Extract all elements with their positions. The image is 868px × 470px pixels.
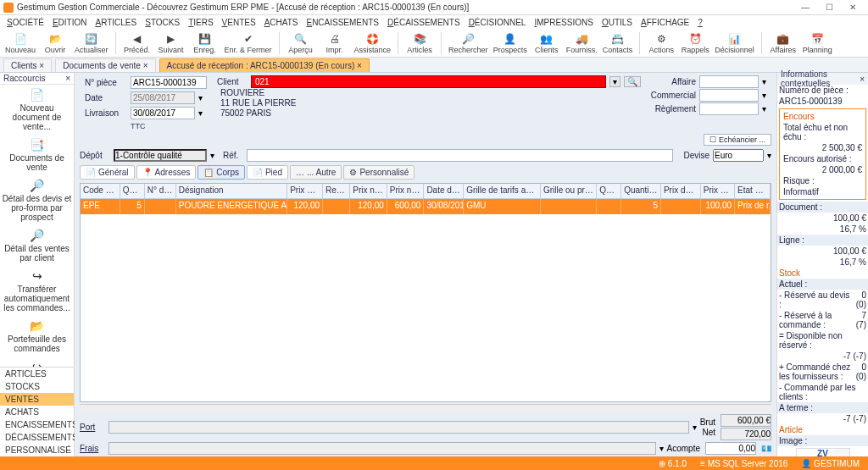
menu-item[interactable]: EDITION <box>53 18 87 27</box>
column-header[interactable]: Date de livrai... <box>424 184 464 198</box>
acompte-input[interactable] <box>705 442 756 455</box>
menu-item[interactable]: IMPRESSIONS <box>534 18 593 27</box>
page-tab[interactable]: 📍Adresses <box>136 165 197 180</box>
column-header[interactable]: Désignation <box>176 184 287 198</box>
horizontal-scrollbar[interactable] <box>80 404 771 412</box>
toolbar-enreg.[interactable]: 💾Enreg. <box>191 32 220 54</box>
column-header[interactable]: Prix net total <box>387 184 425 198</box>
menu-item[interactable]: OUTILS <box>602 18 632 27</box>
column-header[interactable]: Quan... <box>597 184 621 198</box>
close-button[interactable]: ✕ <box>841 1 865 14</box>
toolbar-planning[interactable]: 📅Planning <box>803 32 832 54</box>
page-tab[interactable]: 📋Corps <box>198 165 245 180</box>
toolbar-prospects[interactable]: 👤Prospects <box>493 32 527 54</box>
search-icon[interactable]: 🔍 <box>624 76 641 87</box>
devise-input[interactable] <box>713 149 764 162</box>
column-header[interactable]: Code article <box>81 184 120 198</box>
dropdown-icon[interactable]: ▾ <box>659 444 664 453</box>
page-tab[interactable]: ⚙Personnalisé <box>343 165 415 180</box>
dropdown-icon[interactable]: ▾ <box>762 77 766 86</box>
menu-item[interactable]: DÉCISIONNEL <box>469 18 526 27</box>
toolbar-rechercher[interactable]: 🔎Rechercher <box>448 32 488 54</box>
nav-section[interactable]: VENTES <box>0 393 74 406</box>
toolbar-actualiser[interactable]: 🔄Actualiser <box>75 32 108 54</box>
shortcut-item[interactable]: 🔎Détail des ventes par client <box>0 225 74 266</box>
npiece-input[interactable] <box>131 76 207 89</box>
nav-section[interactable]: DÉCAISSEMENTS <box>0 431 74 444</box>
toolbar-précéd.[interactable]: ◀Précéd. <box>123 32 152 54</box>
menu-item[interactable]: ENCAISSEMENTS <box>306 18 379 27</box>
maximize-button[interactable]: ☐ <box>817 1 841 14</box>
toolbar-décisionnel[interactable]: 📊Décisionnel <box>715 32 754 54</box>
column-header[interactable]: Prix brut un... <box>287 184 323 198</box>
document-tab[interactable]: Accusé de réception : ARC15-0000139 (En … <box>159 58 370 72</box>
shortcut-item[interactable]: ↪Regrouper automatiquement les bons de l… <box>0 357 74 367</box>
shortcut-item[interactable]: 📂Portefeuille des commandes <box>0 316 74 357</box>
toolbar-impr.[interactable]: 🖨Impr. <box>320 32 349 54</box>
currency-icon[interactable]: 💶 <box>761 444 771 453</box>
column-header[interactable]: Prix net unit... <box>350 184 387 198</box>
toolbar-enr. & fermer[interactable]: ✔Enr. & Fermer <box>225 32 272 54</box>
document-tab[interactable]: Clients × <box>3 58 52 72</box>
calendar-icon[interactable]: ▾ <box>198 108 203 118</box>
toolbar-actions[interactable]: ⚙Actions <box>647 32 676 54</box>
nav-section[interactable]: ARTICLES <box>0 368 74 380</box>
menu-item[interactable]: STOCKS <box>145 18 180 27</box>
client-code-input[interactable]: 021 <box>251 75 606 88</box>
affaire-input[interactable] <box>699 75 759 88</box>
dropdown-icon[interactable]: ▾ <box>767 151 771 160</box>
menu-item[interactable]: ACHATS <box>264 18 298 27</box>
column-header[interactable]: N° de lot 1 <box>145 184 176 198</box>
livraison-input[interactable] <box>131 107 195 119</box>
nav-section[interactable]: ACHATS <box>0 406 74 418</box>
toolbar-articles[interactable]: 📚Articles <box>405 32 434 54</box>
page-tab[interactable]: 📄Pied <box>247 165 288 180</box>
menu-item[interactable]: VENTES <box>222 18 256 27</box>
toolbar-clients[interactable]: 👥Clients <box>532 32 561 54</box>
column-header[interactable]: Prix de re... <box>701 184 735 198</box>
menu-item[interactable]: TIERS <box>188 18 213 27</box>
commercial-input[interactable] <box>699 89 759 102</box>
page-tab[interactable]: 📄Général <box>80 165 135 180</box>
dropdown-icon[interactable]: ▾ <box>762 104 766 113</box>
menu-item[interactable]: AFFICHAGE <box>641 18 689 27</box>
table-row[interactable]: EPE5POUDRE ENERGETIQUE AU GOUT ORANGE120… <box>81 199 771 214</box>
column-header[interactable]: Etat de la l... <box>735 184 771 198</box>
minimize-button[interactable]: — <box>793 1 817 14</box>
echeancier-button[interactable]: ☐ Echéancier ... <box>704 134 771 146</box>
shortcut-item[interactable]: 📑Documents de vente <box>0 135 74 175</box>
close-icon[interactable]: × <box>65 74 70 83</box>
calendar-icon[interactable]: ▾ <box>198 93 203 102</box>
shortcut-item[interactable]: 📄Nouveau document de vente... <box>0 85 74 135</box>
column-header[interactable]: Grille de tarifs appliquée <box>464 184 541 198</box>
ttc-toggle[interactable]: TTC <box>131 122 146 130</box>
close-icon[interactable]: × <box>860 75 865 84</box>
toolbar-aperçu[interactable]: 🔍Aperçu <box>287 32 315 54</box>
column-header[interactable]: Quantité rest... <box>621 184 661 198</box>
toolbar-fourniss.[interactable]: 🚚Fourniss. <box>566 32 598 54</box>
nav-section[interactable]: ENCAISSEMENTS <box>0 418 74 431</box>
ref-input[interactable] <box>247 149 673 162</box>
column-header[interactable]: Remise <box>323 184 350 198</box>
dropdown-icon[interactable]: ▾ <box>609 76 620 87</box>
nav-section[interactable]: STOCKS <box>0 380 74 393</box>
frais-input[interactable] <box>108 442 656 455</box>
reglement-input[interactable] <box>699 102 759 115</box>
nav-section[interactable]: PERSONNALISÉ <box>0 444 74 456</box>
shortcut-item[interactable]: 🔎Détail des devis et pro-forma par prosp… <box>0 175 74 225</box>
menu-item[interactable]: ARTICLES <box>95 18 136 27</box>
menu-item[interactable]: SOCIÉTÉ <box>7 18 44 27</box>
toolbar-ouvrir[interactable]: 📂Ouvrir <box>41 32 70 54</box>
page-tab[interactable]: …... Autre <box>290 165 342 180</box>
toolbar-contacts[interactable]: 📇Contacts <box>603 32 633 54</box>
port-input[interactable] <box>108 421 689 434</box>
dropdown-icon[interactable]: ▾ <box>762 91 766 100</box>
document-tab[interactable]: Documents de vente × <box>55 58 155 72</box>
toolbar-affaires[interactable]: 💼Affaires <box>769 32 798 54</box>
toolbar-assistance[interactable]: 🛟Assistance <box>354 32 392 54</box>
column-header[interactable]: Grille ou promotion <box>541 184 597 198</box>
toolbar-nouveau[interactable]: 📄Nouveau <box>5 32 36 54</box>
shortcut-item[interactable]: ↪Transférer automatiquement les commande… <box>0 266 74 316</box>
column-header[interactable]: Quan... <box>120 184 145 198</box>
dropdown-icon[interactable]: ▾ <box>210 151 214 160</box>
